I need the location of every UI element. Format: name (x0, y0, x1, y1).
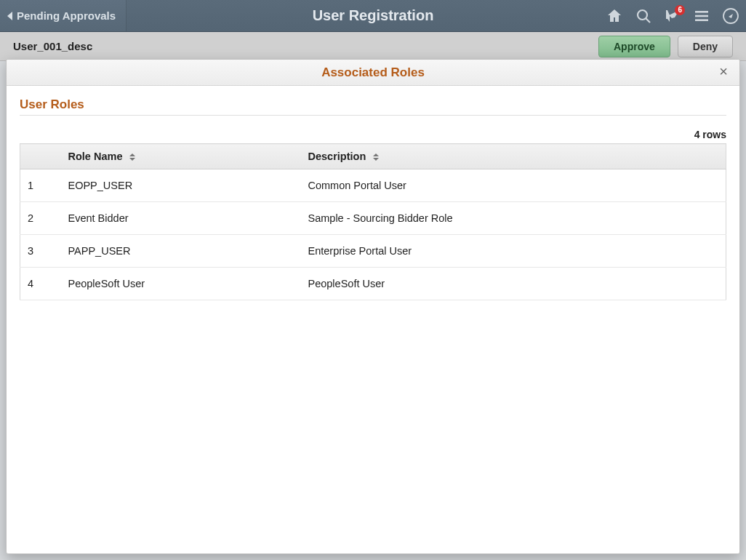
cell-role: Event Bidder (61, 202, 301, 235)
menu-icon[interactable] (692, 7, 711, 25)
user-description: User_001_desc (13, 40, 92, 52)
cell-desc: PeopleSoft User (301, 268, 726, 300)
back-button[interactable]: Pending Approvals (0, 0, 127, 31)
svg-rect-4 (695, 19, 708, 21)
top-bar: Pending Approvals User Registration 6 (0, 0, 746, 32)
col-role-name[interactable]: Role Name (61, 144, 301, 169)
notification-badge: 6 (675, 5, 685, 15)
table-row: 1 EOPP_USER Common Portal User (20, 169, 726, 202)
notifications-icon[interactable]: 6 (663, 7, 682, 25)
cell-desc: Common Portal User (301, 169, 726, 202)
table-header-row: Role Name Description (20, 144, 726, 169)
cell-role: PeopleSoft User (61, 268, 301, 300)
cell-desc: Sample - Sourcing Bidder Role (301, 202, 726, 235)
back-label: Pending Approvals (17, 9, 116, 22)
cell-role: EOPP_USER (61, 169, 301, 202)
col-index[interactable] (20, 144, 61, 169)
cell-index: 1 (20, 169, 61, 202)
page-title: User Registration (313, 7, 434, 24)
sort-icon (373, 153, 379, 161)
cell-index: 2 (20, 202, 61, 235)
search-icon[interactable] (634, 7, 653, 25)
cell-index: 3 (20, 235, 61, 268)
col-description[interactable]: Description (301, 144, 726, 169)
table-row: 3 PAPP_USER Enterprise Portal User (20, 235, 726, 268)
col-role-name-label: Role Name (68, 151, 123, 162)
dialog-body: User Roles 4 rows Role Name Description (7, 86, 739, 553)
svg-point-0 (638, 10, 647, 20)
background-page: Pending Approvals User Registration 6 Us… (0, 0, 746, 560)
section-divider (20, 115, 726, 116)
table-row: 2 Event Bidder Sample - Sourcing Bidder … (20, 202, 726, 235)
dialog-header: Associated Roles × (7, 60, 739, 86)
sort-icon (129, 153, 135, 161)
svg-line-1 (646, 18, 651, 23)
home-icon[interactable] (605, 7, 624, 25)
col-description-label: Description (308, 151, 366, 162)
cell-role: PAPP_USER (61, 235, 301, 268)
svg-rect-2 (695, 11, 708, 13)
dialog-title: Associated Roles (321, 65, 425, 80)
rows-count-label: 4 rows (20, 129, 726, 140)
section-title: User Roles (20, 97, 726, 112)
user-roles-table: Role Name Description 1 EOPP_USER Common (20, 143, 726, 300)
cell-index: 4 (20, 268, 61, 300)
chevron-left-icon (7, 12, 12, 20)
close-icon[interactable]: × (715, 63, 732, 80)
table-row: 4 PeopleSoft User PeopleSoft User (20, 268, 726, 300)
svg-rect-3 (695, 15, 708, 17)
compass-icon[interactable] (721, 7, 740, 25)
cell-desc: Enterprise Portal User (301, 235, 726, 268)
associated-roles-dialog: Associated Roles × User Roles 4 rows Rol… (6, 59, 740, 554)
